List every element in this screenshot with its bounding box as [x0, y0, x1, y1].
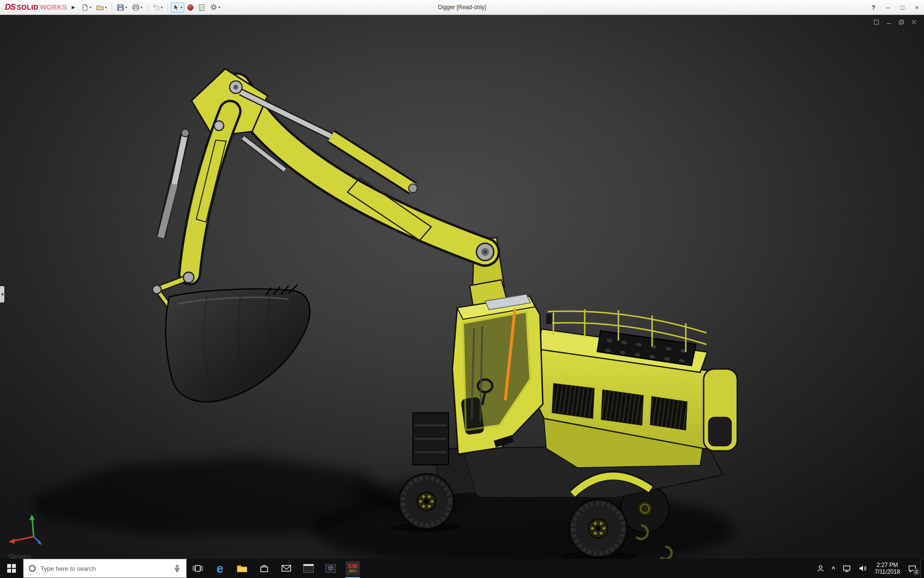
tray-overflow-button[interactable]: ^ [828, 559, 839, 578]
bucket[interactable] [166, 285, 309, 402]
maximize-button[interactable]: □ [895, 0, 910, 15]
options-button[interactable]: ▾ [208, 2, 222, 13]
upper-body[interactable] [535, 309, 737, 468]
clock-time: 2:27 PM [876, 562, 898, 568]
triad-y-axis[interactable] [29, 514, 35, 537]
open-button[interactable]: ▾ [94, 2, 109, 13]
volume-button[interactable] [855, 559, 871, 578]
taskbar-search[interactable] [23, 559, 187, 578]
task-view-icon [192, 564, 203, 573]
solidworks-logo-works: WORKS [40, 3, 67, 11]
doc-minimize-icon[interactable] [885, 18, 892, 26]
undo-button[interactable]: ▾ [151, 2, 165, 13]
doc-window-icon[interactable] [873, 18, 880, 26]
search-input[interactable] [40, 565, 168, 572]
mail-icon [281, 564, 292, 573]
minimize-button[interactable]: – [881, 0, 895, 15]
taskbar-clock[interactable]: 2:27 PM 7/11/2018 [871, 559, 905, 578]
window-controls: ? – □ × [866, 0, 924, 15]
cab[interactable] [452, 294, 543, 454]
dropdown-icon[interactable]: ▾ [161, 5, 163, 10]
excavator-model[interactable] [0, 15, 924, 559]
system-tray: ^ 2:27 PM 7/11/2018 2 [813, 559, 924, 578]
store-button[interactable] [253, 559, 275, 578]
solidworks-app-icon: SW 2017 [346, 561, 360, 576]
titlebar: DS SOLID WORKS ▶ ▾ ▾ ▾ [0, 0, 924, 15]
bucket-cylinder[interactable] [161, 129, 189, 237]
taskbar-app-icons: e [187, 559, 364, 578]
show-desktop-button[interactable] [920, 559, 924, 578]
dropdown-icon[interactable]: ▾ [218, 5, 220, 10]
file-explorer-icon [236, 564, 248, 573]
start-button[interactable] [0, 559, 23, 578]
microphone-icon[interactable] [173, 564, 181, 573]
volume-icon [858, 564, 867, 573]
doc-close-icon[interactable] [910, 18, 917, 26]
task-view-button[interactable] [187, 559, 209, 578]
help-button[interactable]: ? [866, 0, 881, 15]
edge-icon: e [217, 562, 223, 576]
boom-assembly[interactable] [153, 69, 512, 326]
appearance-button[interactable] [185, 3, 195, 12]
cube-app-icon [325, 564, 336, 573]
solidworks-icon-text: SW [348, 564, 358, 569]
save-button[interactable]: ▾ [115, 2, 129, 13]
menu-expand-icon[interactable]: ▶ [72, 5, 75, 10]
exhaust [546, 314, 552, 324]
dropdown-icon[interactable]: ▾ [105, 5, 107, 10]
save-icon [117, 4, 124, 11]
dropdown-icon[interactable]: ▾ [141, 5, 142, 10]
undo-icon [153, 4, 160, 11]
gear-icon [210, 3, 218, 11]
taskbar: e [0, 559, 924, 578]
windows-logo-icon [7, 564, 16, 573]
print-icon [132, 4, 140, 11]
reference-triad[interactable] [6, 513, 46, 550]
store-icon [259, 563, 270, 574]
toolbar-separator [167, 3, 168, 12]
document-window-controls [873, 18, 917, 26]
side-vent [601, 390, 643, 425]
rear-window [708, 417, 732, 446]
mail-button[interactable] [275, 559, 297, 578]
clock-date: 7/11/2018 [875, 568, 900, 575]
file-explorer-button[interactable] [231, 559, 253, 578]
cortana-icon [28, 565, 36, 572]
console-window-icon [303, 564, 314, 573]
doc-restore-icon[interactable] [898, 18, 905, 26]
appearance-ball-icon [187, 4, 193, 11]
people-icon [816, 564, 825, 573]
close-button[interactable]: × [910, 0, 924, 15]
solidworks-logo-mark: DS [5, 2, 15, 12]
toolbar: ▾ ▾ ▾ ▾ [79, 2, 223, 13]
viewer-app-button[interactable] [320, 559, 342, 578]
edge-button[interactable]: e [209, 559, 231, 578]
print-button[interactable]: ▾ [130, 2, 144, 13]
select-button[interactable]: ▾ [171, 2, 184, 13]
document-properties-icon [198, 4, 205, 11]
side-vent [552, 383, 594, 419]
notification-badge: 2 [913, 568, 920, 575]
feature-panel-collapse-tab[interactable] [0, 286, 4, 302]
network-icon [842, 564, 851, 573]
new-document-button[interactable]: ▾ [79, 2, 93, 13]
triad-z-axis[interactable] [34, 537, 42, 545]
open-folder-icon [96, 4, 104, 11]
console-app-button[interactable] [297, 559, 320, 578]
new-document-icon [81, 4, 89, 11]
triad-x-axis[interactable] [9, 537, 34, 544]
view-orientation-label: *Dimetric [8, 553, 31, 559]
solidworks-logo: DS SOLID WORKS [5, 2, 67, 12]
solidworks-icon-year: 2017 [349, 569, 357, 573]
solidworks-app-button[interactable]: SW 2017 [342, 559, 364, 578]
network-button[interactable] [839, 559, 855, 578]
dropdown-icon[interactable]: ▾ [180, 5, 182, 10]
dropdown-icon[interactable]: ▾ [90, 5, 91, 10]
people-button[interactable] [813, 559, 828, 578]
select-cursor-icon [173, 4, 180, 11]
front-steps[interactable] [413, 413, 449, 465]
graphics-viewport[interactable]: *Dimetric [0, 15, 924, 559]
document-properties-button[interactable] [196, 2, 207, 13]
action-center-button[interactable]: 2 [904, 559, 920, 578]
dropdown-icon[interactable]: ▾ [125, 5, 127, 10]
